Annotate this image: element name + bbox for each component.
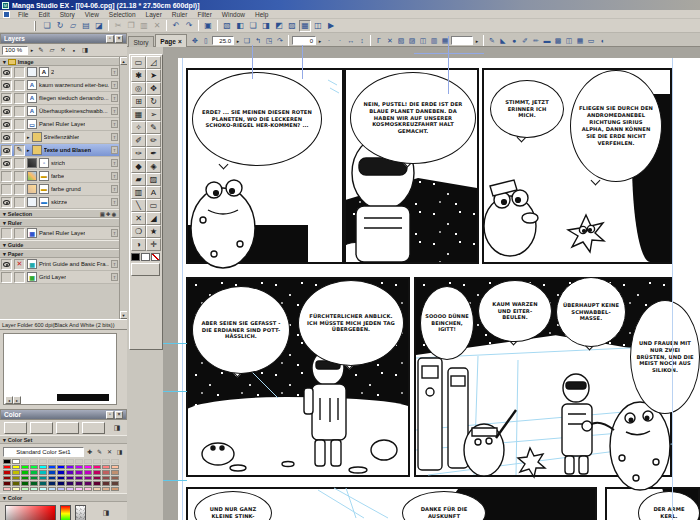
layer-row--berhauptkeineschwabb-[interactable]: AÜberhauptkeineschwabb...T <box>0 105 119 118</box>
brush-tool[interactable]: ✑ <box>131 147 146 160</box>
color-swatch[interactable] <box>12 481 20 486</box>
tolerance-input-spinner[interactable]: ▸ <box>474 38 480 44</box>
save-all-icon[interactable]: ◪ <box>93 20 105 32</box>
color-swatch[interactable] <box>66 465 74 470</box>
color-swatch[interactable] <box>75 470 83 475</box>
color-swatch[interactable] <box>12 459 20 464</box>
fill-quick-icon[interactable]: ▬ <box>542 35 552 46</box>
color-swatch[interactable] <box>12 487 20 492</box>
colorset-menu-icon[interactable]: ◨ <box>115 447 124 456</box>
dodge-tool[interactable]: ◑ <box>131 238 146 251</box>
ruler-snap-icon[interactable]: ◣ <box>498 35 508 46</box>
redo-icon[interactable]: ↷ <box>183 20 195 32</box>
color-swatch[interactable] <box>93 476 101 481</box>
toolbar-grip[interactable] <box>34 21 36 31</box>
story-editor-icon[interactable]: ▧ <box>221 20 233 32</box>
rotate-canvas-tool[interactable]: ↻ <box>146 95 161 108</box>
rect-frame-tool[interactable]: ⊞ <box>131 95 146 108</box>
frame-quick-icon[interactable]: ▭ <box>586 35 596 46</box>
color-swatch[interactable] <box>93 470 101 475</box>
copy-icon[interactable]: ❐ <box>125 20 137 32</box>
layers-close-button[interactable]: × <box>115 35 123 43</box>
color-picker-header[interactable]: ▾ Color <box>0 493 127 502</box>
color-swatch[interactable] <box>102 487 110 492</box>
line-tool[interactable]: ╲ <box>131 199 146 212</box>
clear-select-icon[interactable]: ✕ <box>385 35 395 46</box>
color-swatch[interactable] <box>12 476 20 481</box>
ellipse-snap-icon[interactable]: ● <box>509 35 519 46</box>
layer-zoom-spinner[interactable]: ▸ <box>29 47 35 53</box>
color-collapse-button[interactable]: ▫ <box>106 411 114 419</box>
sound-icon[interactable]: ◖ <box>597 35 607 46</box>
color-set-header[interactable]: ▾ Color Set <box>0 435 127 444</box>
color-swatch[interactable] <box>66 476 74 481</box>
flip-vertical-icon[interactable]: ↕ <box>357 35 367 46</box>
edit-cell[interactable] <box>14 80 25 91</box>
edit-cell[interactable] <box>14 93 25 104</box>
pattern-tool[interactable]: ▨ <box>146 173 161 186</box>
menu-file[interactable]: File <box>13 11 33 18</box>
edit-cell[interactable] <box>14 67 25 78</box>
rotation-input[interactable]: 0 <box>292 36 316 45</box>
color-swatch[interactable] <box>30 481 38 486</box>
visibility-cell[interactable] <box>1 272 12 283</box>
canvas-page[interactable]: L <box>178 58 700 520</box>
text-tool[interactable]: A <box>146 186 161 199</box>
color-swatch[interactable] <box>84 476 92 481</box>
edit-cell[interactable] <box>14 197 25 208</box>
gradient-tool[interactable]: ▰ <box>131 173 146 186</box>
color-swatch[interactable] <box>30 470 38 475</box>
layer-pen-icon[interactable]: ✎ <box>36 45 46 55</box>
foreground-color-swatch[interactable] <box>131 253 140 261</box>
cutter-tool[interactable]: ◢ <box>146 212 161 225</box>
layers-panel-icon[interactable]: ◨ <box>260 20 272 32</box>
color-swatch[interactable] <box>21 476 29 481</box>
layer-row-streifenz-hler[interactable]: ▸StreifenzählerT <box>0 131 119 144</box>
layer-row-panel-ruler-layer[interactable]: ▭Panel Ruler LayerT <box>0 118 119 131</box>
layer-row-print-guide-and-basic-fra-[interactable]: ✕▦Print Guide and Basic Fra...T <box>0 258 119 271</box>
tolerance-input[interactable] <box>451 36 473 45</box>
menu-view[interactable]: View <box>80 11 104 18</box>
visibility-cell[interactable] <box>1 197 12 208</box>
tone-quick-icon[interactable]: ▩ <box>553 35 563 46</box>
color-swatch[interactable] <box>75 481 83 486</box>
menu-ruler[interactable]: Ruler <box>167 11 193 18</box>
cut-icon[interactable]: ✂ <box>112 20 124 32</box>
nav-scroll-left-icon[interactable]: ◂ <box>5 396 13 404</box>
menu-help[interactable]: Help <box>250 11 273 18</box>
zoom-tool[interactable]: ◎ <box>131 82 146 95</box>
color-swatch[interactable] <box>39 481 47 486</box>
marquee-tool[interactable]: ▭ <box>131 56 146 69</box>
actions-panel-icon[interactable]: ▶ <box>325 20 337 32</box>
color-swatch[interactable] <box>93 465 101 470</box>
color-swatch[interactable] <box>84 470 92 475</box>
color-swatch[interactable] <box>48 470 56 475</box>
layer-row-strich[interactable]: ▫strichT <box>0 157 119 170</box>
revert-icon[interactable]: ↻ <box>54 20 66 32</box>
color-panel-icon[interactable]: ▦ <box>299 20 311 32</box>
delete-layer-icon[interactable]: ✕ <box>58 45 68 55</box>
paste-icon[interactable]: ▥ <box>138 20 150 32</box>
color-swatch[interactable] <box>84 487 92 492</box>
color-swatch[interactable] <box>39 487 47 492</box>
menu-story[interactable]: Story <box>55 11 80 18</box>
rect-select-icon[interactable]: Γ <box>374 35 384 46</box>
color-swatch[interactable] <box>102 470 110 475</box>
marker-quick-icon[interactable]: ✏ <box>531 35 541 46</box>
color-swatch[interactable] <box>57 481 65 486</box>
visibility-cell[interactable] <box>1 93 12 104</box>
rotation-input-spinner[interactable]: ▸ <box>317 38 323 44</box>
no-print-icon[interactable]: ✕ <box>14 259 25 270</box>
actual-size-icon[interactable]: ◳ <box>264 35 274 46</box>
color-close-button[interactable]: × <box>115 411 123 419</box>
section-icons[interactable]: ▣ ✚ ◉ <box>100 211 116 217</box>
layer-row-kaum-warzenund-eiter-beu-[interactable]: Akaum warzenund eiter-beu...T <box>0 79 119 92</box>
color-swatch[interactable] <box>111 470 119 475</box>
grid-quick-icon[interactable]: ▦ <box>575 35 585 46</box>
color-swatch[interactable] <box>21 470 29 475</box>
new-layer-folder-icon[interactable]: ▱ <box>47 45 57 55</box>
color-swatch[interactable] <box>57 465 65 470</box>
color-swatch[interactable] <box>3 487 11 492</box>
fit-page-icon[interactable]: ❏ <box>242 35 252 46</box>
color-swatch[interactable] <box>48 476 56 481</box>
